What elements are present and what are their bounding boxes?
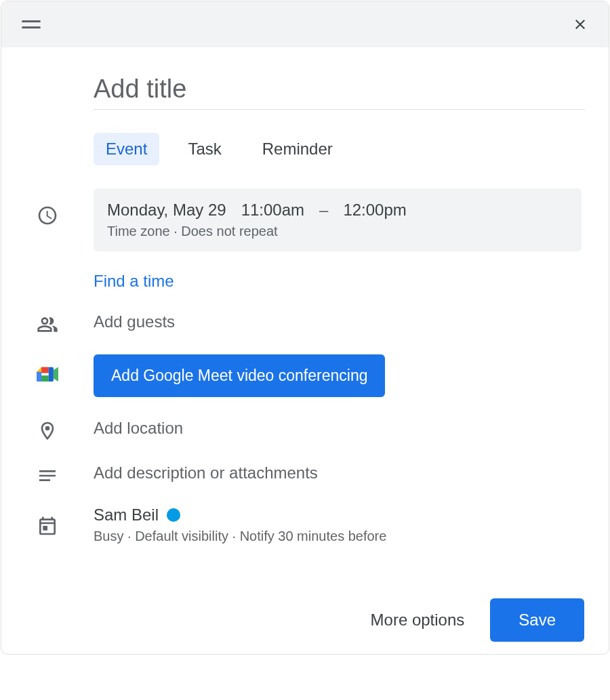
- dialog-footer: More options Save: [1, 564, 609, 654]
- type-tabs: Event Task Reminder: [94, 133, 584, 165]
- tab-task[interactable]: Task: [176, 133, 233, 165]
- drag-handle-icon[interactable]: [22, 20, 41, 28]
- event-date: Monday, May 29: [107, 201, 226, 220]
- calendar-color-dot: [167, 508, 180, 522]
- dialog-body: Event Task Reminder Monday, May 29 11:00…: [1, 47, 609, 564]
- add-description-input[interactable]: Add description or attachments: [94, 461, 584, 482]
- more-options-button[interactable]: More options: [364, 601, 472, 639]
- title-input[interactable]: [94, 75, 585, 110]
- calendar-summary[interactable]: Sam Beil Busy · Default visibility · Not…: [94, 506, 584, 544]
- description-icon: [37, 465, 58, 487]
- svg-point-0: [45, 426, 50, 431]
- google-meet-icon: [37, 365, 61, 386]
- add-location-input[interactable]: Add location: [94, 416, 584, 438]
- time-summary[interactable]: Monday, May 29 11:00am – 12:00pm Time zo…: [94, 188, 582, 251]
- location-pin-icon: [37, 420, 58, 442]
- calendar-subtext: Busy · Default visibility · Notify 30 mi…: [94, 529, 584, 544]
- close-button[interactable]: [572, 16, 588, 33]
- tab-reminder[interactable]: Reminder: [250, 133, 345, 165]
- time-subtext: Time zone · Does not repeat: [107, 224, 568, 239]
- find-a-time-link[interactable]: Find a time: [94, 272, 584, 291]
- add-google-meet-button[interactable]: Add Google Meet video conferencing: [94, 354, 385, 397]
- event-quick-add-dialog: Event Task Reminder Monday, May 29 11:00…: [1, 1, 609, 655]
- event-start-time: 11:00am: [241, 201, 304, 220]
- add-guests-input[interactable]: Add guests: [94, 310, 584, 331]
- save-button[interactable]: Save: [490, 598, 584, 642]
- people-icon: [37, 314, 58, 335]
- event-end-time: 12:00pm: [343, 201, 406, 220]
- calendar-icon: [37, 515, 58, 537]
- close-icon: [572, 16, 588, 33]
- clock-icon: [37, 205, 58, 226]
- time-separator: –: [319, 201, 328, 220]
- calendar-owner-name: Sam Beil: [94, 506, 159, 524]
- tab-event[interactable]: Event: [94, 133, 159, 165]
- dialog-header: [1, 1, 609, 47]
